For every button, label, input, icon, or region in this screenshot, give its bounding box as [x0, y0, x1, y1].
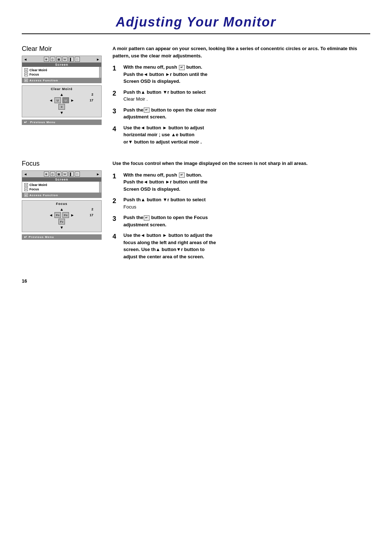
- focus-step-num-4: 4: [113, 232, 120, 260]
- focus-submenu: Focus ▲ 2 ◄ Fn Fn ► 17 Fv ▼: [22, 200, 102, 232]
- osd-screen-label: Screen: [22, 62, 101, 67]
- focus-step-text-1: With the menu off, push ↵ button. Push t…: [123, 171, 208, 193]
- focus-step-text-2: Push th▲ button ▼r button to selectFocus: [123, 196, 206, 210]
- focus-submenu-up-row: ▲ 2: [24, 207, 99, 211]
- focus-left-arrow: ◄: [49, 213, 53, 217]
- step-text-4: Use the◄ button ► button to adjust horiz…: [123, 124, 204, 146]
- enter-btn-3: ↵: [144, 108, 150, 113]
- focus-submenu-mid-row: ◄ Fn Fn ► 17: [24, 212, 99, 218]
- focus-access-label: Access Function: [29, 194, 58, 197]
- focus-scrollbar[interactable]: [99, 182, 101, 193]
- focus-step-text-4: Use the◄ button ► button to adjust the f…: [123, 232, 216, 260]
- submenu-mid-row: ◄ U U ► 17: [24, 97, 99, 103]
- focus-step-1: 1 With the menu off, push ↵ button. Push…: [113, 171, 370, 193]
- step-text-1: With the menu off, push ↵ button. Push t…: [123, 64, 208, 85]
- clear-moir-submenu: Clear Moiré ▲ 2 ◄ U U ► 17 ≡ ▼: [22, 85, 102, 117]
- arrow-right-icon: ►: [96, 57, 100, 61]
- focus-access-icon: ↵: [24, 193, 28, 197]
- step-1: 1 With the menu off, push ↵ button. Push…: [113, 64, 370, 85]
- submenu-up-row: ▲ 2: [24, 92, 99, 97]
- focus-osd-icons: ⊕ ◎ ▦ W ▌ □: [44, 171, 80, 177]
- focus-down-arrow: ▼: [60, 225, 64, 230]
- submenu-icon-left: U: [54, 97, 61, 103]
- focus-intro: Use the focus control when the image dis…: [113, 160, 370, 167]
- focus-submenu-icon-fn2: Fn: [62, 212, 69, 218]
- osd-icon-5: ▌: [69, 57, 74, 62]
- focus-osd-screen-label: Screen: [22, 177, 101, 182]
- focus-osd-item-focus: F Focus: [24, 187, 97, 191]
- focus-focus-icon: F: [24, 187, 28, 191]
- osd-icons: ⊕ ◎ ▦ W ▌ □: [44, 57, 80, 62]
- focus-up-arrow: ▲: [60, 207, 64, 211]
- focus-submenu-icon-fn1: Fn: [54, 212, 61, 218]
- submenu-icon-bottom: ≡: [58, 104, 65, 110]
- focus-arrow-right-icon: ►: [96, 172, 100, 176]
- up-arrow: ▲: [60, 92, 64, 97]
- focus-osd-icon-4: W: [62, 171, 68, 177]
- enter-btn-1: ↵: [179, 65, 185, 70]
- submenu-icon-right: U: [62, 97, 69, 103]
- clear-moir-intro: A moir pattern can appear on your screen…: [113, 45, 370, 59]
- focus-submenu-num1: 2: [91, 207, 93, 211]
- focus-osd-item-clear-moire: U Clear Moiré: [24, 183, 97, 187]
- step-num-2: 2: [113, 89, 120, 103]
- arrow-left-icon: ◄: [24, 57, 27, 61]
- scrollbar[interactable]: [99, 67, 101, 78]
- submenu-num2: 17: [90, 98, 93, 102]
- focus-submenu-icon2-row: Fv: [24, 219, 99, 225]
- osd-icon-6: □: [75, 57, 80, 62]
- focus-step-4: 4 Use the◄ button ► button to adjust the…: [113, 232, 370, 260]
- osd-icon-4: W: [62, 57, 68, 62]
- page-number: 16: [22, 278, 370, 284]
- focus-enter-btn-1: ↵: [179, 173, 185, 178]
- down-arrow: ▼: [60, 110, 64, 115]
- access-icon: ↵: [24, 78, 28, 82]
- clear-moir-right: A moir pattern can appear on your screen…: [113, 45, 370, 149]
- focus-osd-icon-3: ▦: [56, 171, 61, 177]
- clear-moire-icon: U: [24, 68, 28, 72]
- prev-menu-icon: ↵: [24, 120, 27, 124]
- clear-moir-title: Clear Moir: [22, 45, 102, 53]
- submenu-title: Clear Moiré: [24, 87, 99, 91]
- focus-osd-icon-5: ▌: [69, 171, 74, 177]
- osd-access-bar: ↵ Access Function: [22, 78, 101, 83]
- focus-clear-moire-label: Clear Moiré: [29, 183, 47, 187]
- submenu-down-row: ▼: [24, 110, 99, 115]
- focus-prev-menu-bar: ↵ Previous Menu: [22, 234, 102, 240]
- focus-osd-icon-6: □: [75, 171, 80, 177]
- right-arrow: ►: [70, 98, 74, 102]
- step-text-2: Push th▲ button ▼r button to selectClear…: [123, 89, 206, 103]
- submenu-num1: 2: [91, 93, 93, 96]
- focus-submenu-num2: 17: [90, 213, 93, 217]
- focus-osd-topbar: ◄ ⊕ ◎ ▦ W ▌ □ ►: [22, 171, 101, 177]
- step-num-1: 1: [113, 64, 120, 85]
- osd-icon-3: ▦: [56, 57, 61, 62]
- submenu-icon2-row: ≡: [24, 104, 99, 110]
- focus-icon: F: [24, 73, 28, 76]
- focus-arrow-left-icon: ◄: [24, 172, 27, 176]
- focus-submenu-title: Focus: [24, 202, 99, 206]
- focus-clear-moire-icon: U: [24, 183, 28, 187]
- focus-label: Focus: [29, 73, 39, 76]
- focus-osd-menu-items: U Clear Moiré F Focus: [22, 182, 101, 193]
- focus-osd-icon-2: ◎: [50, 171, 55, 177]
- focus-osd-icon-1: ⊕: [44, 171, 49, 177]
- step-num-4: 4: [113, 124, 120, 146]
- focus-step-num-2: 2: [113, 196, 120, 210]
- step-4: 4 Use the◄ button ► button to adjust hor…: [113, 124, 370, 146]
- focus-right: Use the focus control when the image dis…: [113, 160, 370, 264]
- osd-item-focus: F Focus: [24, 72, 97, 77]
- focus-step-2: 2 Push th▲ button ▼r button to selectFoc…: [113, 196, 370, 210]
- focus-submenu-icon-fv: Fv: [58, 219, 65, 225]
- focus-right-arrow: ►: [70, 213, 74, 217]
- osd-item-clear-moire: U Clear Moiré: [24, 68, 97, 72]
- osd-topbar: ◄ ⊕ ◎ ▦ W ▌ □ ►: [22, 56, 101, 62]
- osd-menu-items: U Clear Moiré F Focus: [22, 67, 101, 78]
- clear-moir-left: Clear Moir ◄ ⊕ ◎ ▦ W ▌ □ ► Screen: [22, 45, 102, 149]
- focus-title: Focus: [22, 160, 102, 167]
- osd-icon-1: ⊕: [44, 57, 49, 62]
- focus-step-text-3: Push the↵ button to open the Focus adjus…: [123, 214, 208, 228]
- step-3: 3 Push the↵ button to open the clear moi…: [113, 106, 370, 121]
- focus-enter-btn-3: ↵: [144, 215, 150, 221]
- left-arrow: ◄: [49, 98, 53, 102]
